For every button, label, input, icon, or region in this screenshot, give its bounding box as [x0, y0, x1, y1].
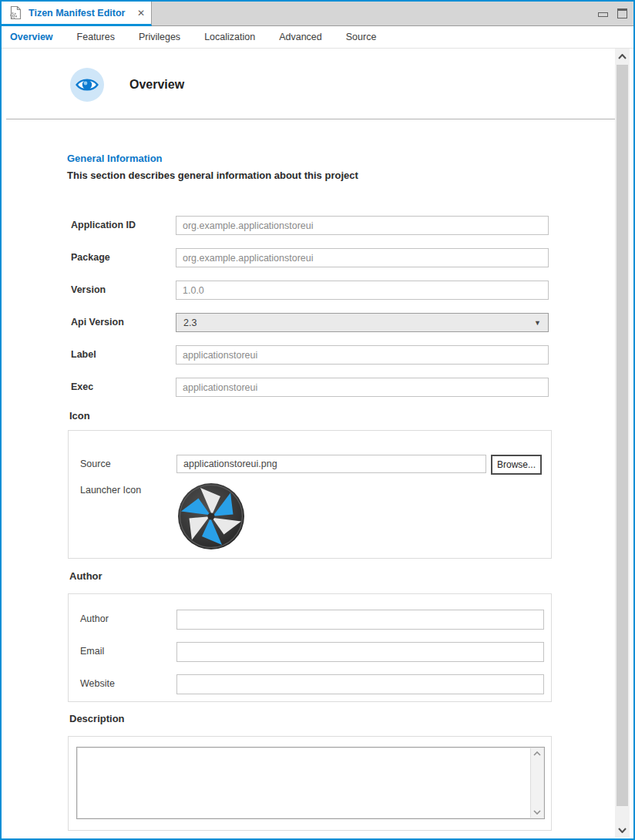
- version-label: Version: [71, 281, 173, 300]
- header-divider: [6, 119, 617, 119]
- chevron-down-icon: ▼: [534, 319, 541, 327]
- version-input[interactable]: [176, 281, 549, 300]
- author-label: Author: [80, 610, 109, 629]
- scroll-up-button[interactable]: [615, 49, 630, 64]
- package-input[interactable]: [176, 248, 549, 267]
- page-title: Overview: [129, 78, 184, 92]
- general-information-description: This section describes general informati…: [67, 170, 358, 181]
- email-input[interactable]: [176, 642, 544, 662]
- icon-section-heading: Icon: [69, 410, 90, 422]
- editor-tab[interactable]: Tizen Manifest Editor ✕: [2, 2, 152, 26]
- author-section-heading: Author: [69, 570, 102, 582]
- launcher-icon-label: Launcher Icon: [80, 481, 141, 500]
- tab-localization[interactable]: Localization: [204, 32, 255, 42]
- scroll-down-button[interactable]: [615, 822, 630, 838]
- editor-tab-title: Tizen Manifest Editor: [29, 8, 133, 18]
- description-textarea[interactable]: [77, 748, 529, 818]
- tab-features[interactable]: Features: [77, 32, 115, 42]
- application-id-input[interactable]: [176, 216, 549, 235]
- exec-label: Exec: [71, 378, 173, 397]
- tizen-manifest-editor-window: Tizen Manifest Editor ✕ Overview Feature…: [0, 0, 635, 840]
- general-information-heading: General Information: [67, 153, 163, 164]
- scroll-down-icon: [533, 810, 541, 815]
- launcher-icon-preview: [177, 482, 245, 550]
- source-label: Source: [80, 455, 111, 474]
- scrollbar-thumb[interactable]: [617, 65, 628, 806]
- chevron-down-icon: [618, 828, 627, 833]
- description-textarea-frame: [76, 747, 545, 819]
- website-label: Website: [80, 674, 115, 694]
- label-input[interactable]: [176, 345, 549, 365]
- scroll-up-icon: [533, 751, 541, 756]
- website-input[interactable]: [176, 674, 544, 694]
- tab-advanced[interactable]: Advanced: [279, 32, 322, 42]
- api-version-value: 2.3: [183, 318, 534, 328]
- browse-button[interactable]: Browse...: [491, 455, 542, 475]
- description-scrollbar[interactable]: [530, 748, 543, 818]
- description-section-heading: Description: [69, 713, 125, 724]
- application-id-label: Application ID: [71, 216, 173, 235]
- description-group-box: [68, 736, 552, 831]
- package-label: Package: [71, 248, 173, 267]
- exec-input[interactable]: [176, 378, 549, 397]
- editor-scrollbar: [615, 49, 630, 838]
- minimize-icon[interactable]: [598, 12, 608, 17]
- manifest-file-icon: [9, 5, 22, 20]
- author-group-box: Author Email Website: [68, 593, 552, 702]
- chevron-up-icon: [618, 54, 627, 59]
- email-label: Email: [80, 642, 104, 661]
- maximize-icon[interactable]: [617, 8, 627, 18]
- tab-source[interactable]: Source: [346, 32, 377, 42]
- window-controls: [598, 5, 627, 22]
- api-version-select[interactable]: 2.3 ▼: [176, 313, 549, 332]
- label-label: Label: [71, 345, 173, 365]
- tab-close-icon[interactable]: ✕: [137, 8, 145, 18]
- icon-source-input[interactable]: [176, 455, 486, 473]
- icon-group-box: Source Browse... Launcher Icon: [68, 430, 552, 559]
- overview-eye-icon: [70, 68, 104, 102]
- page-tab-bar: Overview Features Privileges Localizatio…: [0, 26, 635, 49]
- tab-overview[interactable]: Overview: [10, 32, 53, 42]
- api-version-label: Api Version: [71, 313, 173, 332]
- author-input[interactable]: [176, 610, 544, 630]
- tab-privileges[interactable]: Privileges: [139, 32, 180, 42]
